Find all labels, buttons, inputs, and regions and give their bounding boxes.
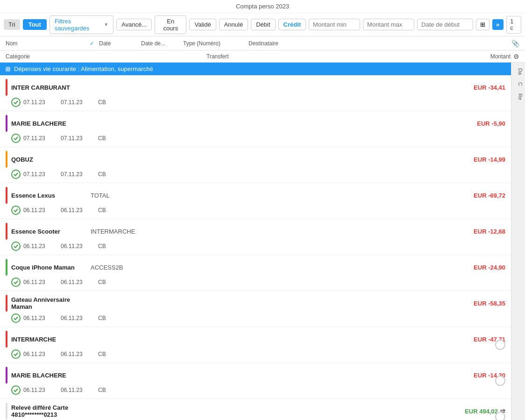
avance-button[interactable]: Avancé... <box>116 19 152 30</box>
tx-check-icon <box>11 170 21 179</box>
tx-color-bar <box>6 187 7 204</box>
tx-amount: EUR -58,35 <box>463 300 505 307</box>
tx-color-bar <box>6 115 7 132</box>
tx-check-icon <box>11 206 21 215</box>
tx-date2: 07.11.23 <box>61 99 98 106</box>
column-headers: Nom ✓ Date Date de... Type (Numéro) Dest… <box>0 36 525 50</box>
date-debut-input[interactable] <box>417 19 473 30</box>
filtres-button[interactable]: Filtres sauvegardés ▼ <box>50 15 114 34</box>
tx-main-row: INTER CARBURANT EUR -34,41 <box>0 75 511 97</box>
tx-date2: 06.11.23 <box>61 351 98 357</box>
tx-check-icon <box>11 134 21 143</box>
section-dot <box>6 67 10 71</box>
filtres-label: Filtres sauvegardés <box>55 18 102 32</box>
transaction-row[interactable]: Gateau Anniversaire Maman EUR -58,35 06.… <box>0 291 511 327</box>
tx-type: CB <box>98 171 154 178</box>
type-header[interactable]: Type (Numéro) <box>183 40 248 47</box>
montant-min-input[interactable] <box>309 19 360 30</box>
transaction-row[interactable]: Coque iPhone Maman ACCESS2B EUR -24,90 0… <box>0 255 511 291</box>
tx-name: MARIE BLACHERE <box>11 120 91 127</box>
tx-sub-row: 07.11.23 07.11.23 CB <box>0 133 511 147</box>
tx-date1: 07.11.23 <box>23 135 61 142</box>
tx-name: Gateau Anniversaire Maman <box>11 296 91 310</box>
left-content: Dépenses vie courante : Alimentation, su… <box>0 63 511 420</box>
date-header[interactable]: Date <box>99 40 141 47</box>
tx-date1: 06.11.23 <box>23 243 61 249</box>
transaction-row[interactable]: Essence Lexus TOTAL EUR -69,72 06.11.23 … <box>0 183 511 219</box>
annule-button[interactable]: Annulé <box>219 19 248 30</box>
tx-name: Essence Lexus <box>11 192 91 199</box>
date-check-header[interactable]: ✓ <box>90 40 99 47</box>
tx-type: CB <box>98 99 154 106</box>
montant-label: Montant <box>490 53 511 60</box>
settings-icon[interactable]: ⚙ <box>513 53 519 60</box>
tx-radio-button[interactable] <box>495 376 505 386</box>
transaction-row[interactable]: INTER CARBURANT EUR -34,41 07.11.23 07.1… <box>0 75 511 111</box>
transaction-row[interactable]: MARIE BLACHERE EUR -14,30 06.11.23 06.11… <box>0 363 511 399</box>
title-bar: Compta perso 2023 <box>0 0 525 13</box>
right-panel-label-2: C <box>511 80 525 88</box>
tx-date2: 07.11.23 <box>61 171 98 178</box>
tx-main-row: MARIE BLACHERE EUR -14,30 <box>0 363 511 384</box>
tx-radio-button[interactable] <box>495 412 505 420</box>
transaction-row[interactable]: INTERMARCHE EUR -47,71 06.11.23 06.11.23… <box>0 327 511 363</box>
transaction-row[interactable]: MARIE BLACHERE EUR -5,90 07.11.23 07.11.… <box>0 111 511 147</box>
tx-main-row: QOBUZ EUR -14,99 <box>0 147 511 169</box>
transaction-row[interactable]: QOBUZ EUR -14,99 07.11.23 07.11.23 CB <box>0 147 511 183</box>
tx-amount: EUR -24,90 <box>463 264 505 271</box>
tx-sub-row: 06.11.23 06.11.23 CB <box>0 349 511 363</box>
tx-amount: EUR -69,72 <box>463 192 505 199</box>
encours-button[interactable]: En cours <box>155 15 186 34</box>
tx-date1: 06.11.23 <box>23 315 61 321</box>
tx-check-icon <box>11 385 21 395</box>
tx-check-icon <box>11 278 21 287</box>
tx-dest: INTERMARCHE <box>91 228 463 235</box>
montant-header-group: 📎 <box>511 40 519 47</box>
tx-date2: 07.11.23 <box>61 135 98 142</box>
montant-sub-group: Montant ⚙ <box>490 53 519 60</box>
tx-type: CB <box>98 351 154 357</box>
tx-radio-button[interactable] <box>495 340 505 350</box>
tx-date2: 06.11.23 <box>61 279 98 285</box>
tx-name: MARIE BLACHERE <box>11 372 91 379</box>
tx-main-row: Gateau Anniversaire Maman EUR -58,35 <box>0 291 511 313</box>
tx-date1: 06.11.23 <box>23 279 61 285</box>
tx-check-icon <box>11 349 21 359</box>
tx-type: CB <box>98 207 154 214</box>
tx-amount: EUR -12,68 <box>463 228 505 235</box>
montant-max-input[interactable] <box>363 19 414 30</box>
tx-type: CB <box>98 279 154 285</box>
tx-main-row: MARIE BLACHERE EUR -5,90 <box>0 111 511 133</box>
tx-name: Relevé différé Carte 4810********0213 <box>11 404 91 418</box>
sub-column-headers: Catégorie Transfert Montant ⚙ <box>0 50 525 63</box>
tx-type: CB <box>98 315 154 321</box>
november-transactions: INTER CARBURANT EUR -34,41 07.11.23 07.1… <box>0 75 511 420</box>
grid-view-button[interactable]: ⊞ <box>476 19 490 30</box>
tx-color-bar <box>6 151 7 168</box>
transaction-row[interactable]: Essence Scooter INTERMARCHE EUR -12,68 0… <box>0 219 511 255</box>
tx-dest: TOTAL <box>91 192 463 199</box>
tx-type: CB <box>98 387 154 393</box>
nom-header: Nom <box>6 40 90 47</box>
expand-button[interactable]: » <box>492 19 503 30</box>
tx-date1: 06.11.23 <box>23 207 61 214</box>
tx-date2: 06.11.23 <box>61 207 98 214</box>
tx-date2: 06.11.23 <box>61 243 98 249</box>
tx-check-icon <box>11 313 21 323</box>
tri-button[interactable]: Tri <box>4 19 20 30</box>
app-title: Compta perso 2023 <box>236 3 289 10</box>
tx-type: CB <box>98 243 154 249</box>
tx-date1: 07.11.23 <box>23 99 61 106</box>
date-de-header[interactable]: Date de... <box>141 40 183 47</box>
tx-color-bar <box>6 367 7 384</box>
tx-date1: 06.11.23 <box>23 351 61 357</box>
credit-button[interactable]: Crédit <box>278 19 306 30</box>
debit-button[interactable]: Débit <box>251 19 275 30</box>
transaction-row[interactable]: Relevé différé Carte 4810********0213 EU… <box>0 399 511 420</box>
tx-date2: 06.11.23 <box>61 387 98 393</box>
tx-name: INTER CARBURANT <box>11 84 91 91</box>
right-panel-label-3: Re <box>511 92 525 102</box>
valide-button[interactable]: Validé <box>189 19 216 30</box>
tout-button[interactable]: Tout <box>23 19 47 30</box>
tx-name: QOBUZ <box>11 156 91 163</box>
